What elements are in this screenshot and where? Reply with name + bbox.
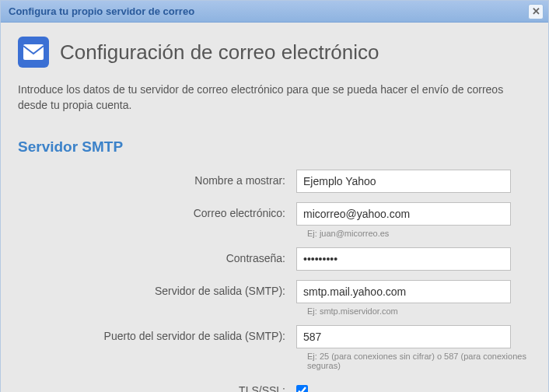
dialog-content: Configuración de correo electrónico Intr… bbox=[1, 23, 548, 392]
svg-rect-0 bbox=[23, 44, 44, 60]
label-smtp-port: Puerto del servidor de salida (SMTP): bbox=[18, 325, 296, 342]
display-name-input[interactable] bbox=[296, 170, 511, 193]
label-smtp-server: Servidor de salida (SMTP): bbox=[18, 280, 296, 297]
row-smtp-port: Puerto del servidor de salida (SMTP): bbox=[18, 325, 531, 348]
label-email: Correo electrónico: bbox=[18, 202, 296, 219]
password-input[interactable] bbox=[296, 247, 511, 271]
close-button[interactable]: ✕ bbox=[528, 4, 544, 19]
row-smtp-server: Servidor de salida (SMTP): bbox=[18, 280, 531, 303]
titlebar: Configura tu propio servidor de correo ✕ bbox=[1, 1, 548, 23]
close-icon: ✕ bbox=[532, 5, 540, 17]
row-display-name: Nombre a mostrar: bbox=[18, 170, 531, 193]
smtp-port-input[interactable] bbox=[296, 325, 511, 348]
titlebar-title: Configura tu propio servidor de correo bbox=[9, 5, 194, 17]
row-password: Contraseña: bbox=[18, 247, 531, 271]
hint-smtp-port: Ej: 25 (para conexiones sin cifrar) o 58… bbox=[307, 352, 531, 370]
row-tls: TLS/SSL: bbox=[18, 380, 531, 392]
page-title: Configuración de correo electrónico bbox=[60, 40, 379, 65]
section-title: Servidor SMTP bbox=[18, 138, 531, 156]
label-display-name: Nombre a mostrar: bbox=[18, 170, 296, 187]
tls-checkbox[interactable] bbox=[296, 385, 308, 392]
label-password: Contraseña: bbox=[18, 247, 296, 264]
header: Configuración de correo electrónico bbox=[18, 37, 531, 68]
mail-icon bbox=[18, 37, 49, 68]
hint-smtp-server: Ej: smtp.miservidor.com bbox=[307, 306, 531, 316]
smtp-server-input[interactable] bbox=[296, 280, 511, 303]
row-email: Correo electrónico: bbox=[18, 202, 531, 226]
hint-email: Ej: juan@micorreo.es bbox=[307, 229, 531, 238]
email-input[interactable] bbox=[296, 202, 511, 226]
label-tls: TLS/SSL: bbox=[18, 380, 296, 392]
mail-config-dialog: Configura tu propio servidor de correo ✕… bbox=[0, 0, 549, 392]
intro-text: Introduce los datos de tu servidor de co… bbox=[18, 82, 531, 114]
